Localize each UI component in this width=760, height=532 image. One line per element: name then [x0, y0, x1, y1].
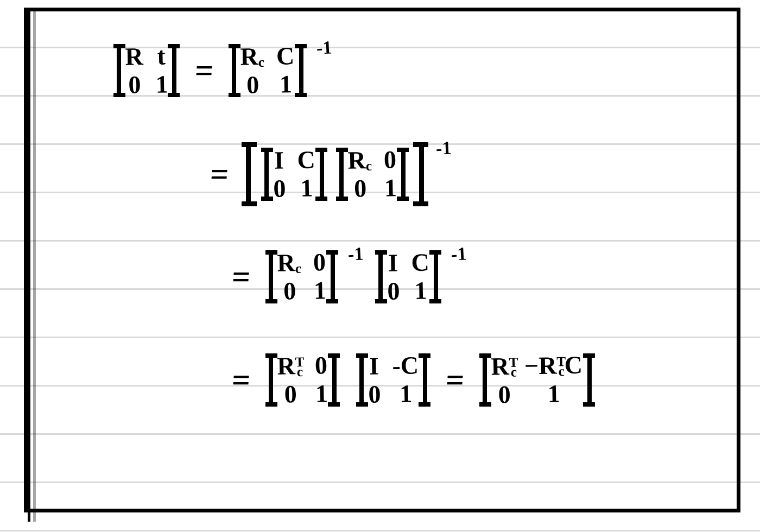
matrix-I-negC: I -C 0 1 [352, 348, 435, 412]
matrix-factor-I-C: I C 0 1 [257, 142, 332, 206]
matrix-rhs: Rc C 0 1 [224, 39, 311, 103]
matrix-factor-Rc-0: Rc 0 0 1 [332, 142, 413, 206]
cell: -C [392, 353, 419, 378]
exponent: -1 [451, 243, 467, 264]
cell: C [276, 43, 295, 69]
cell: 0 [273, 176, 286, 201]
matrix-lhs: R t 0 1 [109, 39, 184, 103]
equals-sign: = [227, 362, 255, 399]
cell: 1 [155, 72, 168, 97]
cell: I [273, 148, 286, 173]
matrix-Rc-inverse: Rc 0 0 1 [261, 245, 342, 309]
derivation-line-4: = RTc 0 0 1 I -C 0 1 = RT [229, 348, 599, 412]
equals-sign: = [441, 362, 469, 399]
cell: C [411, 250, 429, 275]
cell: 1 [384, 175, 397, 200]
equals-sign: = [191, 52, 218, 90]
cell: Rc [240, 44, 265, 69]
cell: 0 [491, 382, 517, 408]
left-margin-line [28, 9, 30, 522]
cell: t [155, 43, 168, 68]
cell: 1 [277, 72, 295, 97]
derivation-line-1: R t 0 1 = Rc C 0 1 -1 [109, 39, 332, 103]
cell: 0 [125, 72, 144, 98]
matrix-result: RTc −RTcC 0 1 [475, 348, 599, 412]
cell: RTc [277, 353, 303, 379]
cell: 0 [313, 250, 326, 275]
cell: 0 [384, 147, 397, 172]
derivation-line-3: = Rc 0 0 1 -1 I C 0 1 -1 [229, 245, 467, 309]
outer-bracket-group: I C 0 1 Rc 0 0 1 [239, 139, 430, 210]
cell: Rc [277, 250, 301, 276]
left-margin-line-faint [33, 9, 36, 522]
cell: 0 [368, 382, 381, 407]
exponent: -1 [316, 37, 332, 58]
derivation-line-2: = I C 0 1 Rc 0 0 1 [207, 139, 451, 210]
matrix-IC-inverse: I C 0 1 [371, 245, 446, 309]
cell: 0 [348, 176, 372, 201]
cell: C [297, 147, 315, 173]
exponent: -1 [347, 243, 364, 264]
cell: RTc [491, 354, 517, 379]
page-frame: R t 0 1 = Rc C 0 1 -1 = [24, 8, 740, 512]
cell: 1 [525, 381, 584, 407]
cell: 0 [277, 382, 303, 407]
cell: I [368, 353, 381, 378]
matrix-RcT: RTc 0 0 1 [261, 348, 344, 412]
cell: −RTcC [524, 353, 583, 379]
cell: 0 [240, 72, 265, 98]
cell: 0 [315, 353, 328, 378]
cell: 1 [315, 381, 328, 406]
cell: 1 [411, 278, 430, 303]
cell: 0 [387, 278, 400, 303]
cell: 1 [392, 381, 419, 407]
equals-sign: = [206, 156, 233, 193]
exponent: -1 [435, 137, 452, 159]
cell: 0 [277, 278, 302, 304]
cell: 1 [297, 175, 316, 201]
cell: I [387, 250, 400, 275]
cell: R [125, 44, 143, 69]
cell: Rc [348, 148, 372, 173]
equals-sign: = [227, 258, 255, 296]
cell: 1 [314, 278, 327, 303]
